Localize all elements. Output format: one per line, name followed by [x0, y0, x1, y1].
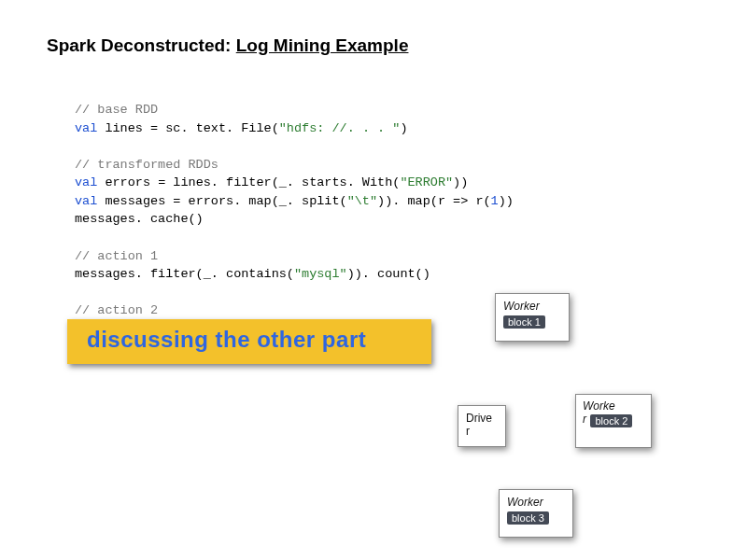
- worker-label: Worker: [507, 496, 565, 509]
- code-string: "mysql": [294, 267, 347, 281]
- title-bold: Spark Deconstructed:: [47, 35, 231, 55]
- block-tag-2: block 2: [590, 414, 632, 427]
- code-text: )). map(r => r(: [377, 194, 491, 208]
- driver-label-l2: r: [466, 425, 498, 438]
- code-number: 1: [491, 194, 499, 208]
- driver-label-l1: Drive: [466, 412, 498, 425]
- code-keyword: val: [75, 121, 97, 135]
- worker-label-l2: r: [583, 413, 586, 426]
- worker-node-2: Worke r block 2: [575, 394, 652, 448]
- driver-node: Drive r: [458, 405, 506, 447]
- code-comment: // action 1: [75, 249, 158, 263]
- code-comment: // transformed RDDs: [75, 158, 218, 172]
- code-text: ): [400, 121, 407, 135]
- code-text: messages = errors. map(_. split(: [105, 194, 346, 208]
- code-string: "hdfs: //. . . ": [279, 121, 401, 135]
- code-string: "ERROR": [400, 175, 453, 189]
- code-comment: // action 2: [75, 303, 158, 317]
- worker-label-l1: Worke: [583, 399, 644, 413]
- code-text: )). count(): [347, 267, 430, 281]
- code-text: errors = lines. filter(_. starts. With(: [105, 175, 400, 189]
- page-title: Spark Deconstructed: Log Mining Example: [47, 35, 408, 56]
- code-keyword: val: [75, 175, 97, 189]
- worker-node-3: Worker block 3: [499, 489, 573, 538]
- code-text: messages. filter(_. contains(: [75, 267, 294, 281]
- code-text: )): [453, 175, 468, 189]
- code-text: )): [499, 194, 514, 208]
- worker-node-1: Worker block 1: [495, 293, 570, 342]
- block-tag-1: block 1: [503, 315, 545, 329]
- overlay-main-text: discussing the other part: [87, 327, 366, 353]
- block-tag-3: block 3: [507, 511, 549, 525]
- worker-label: Worker: [503, 300, 561, 313]
- code-keyword: val: [75, 194, 97, 208]
- code-block: // base RDD val lines = sc. text. File("…: [75, 101, 514, 338]
- code-string: "\t": [347, 194, 377, 208]
- code-text: messages. cache(): [75, 212, 204, 226]
- code-comment: // base RDD: [75, 103, 158, 117]
- title-underline: Log Mining Example: [236, 35, 409, 55]
- code-text: lines = sc. text. File(: [105, 121, 278, 135]
